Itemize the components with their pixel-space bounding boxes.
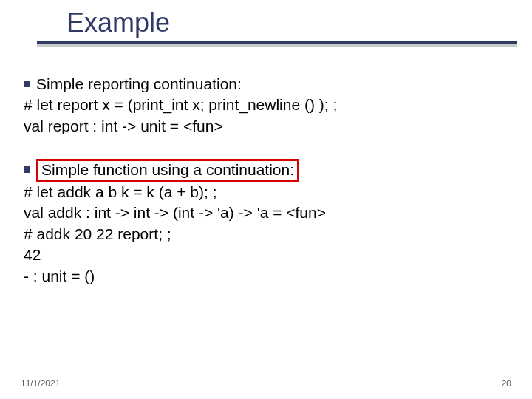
block-2-line-1: # let addk a b k = k (a + b); ; <box>24 182 508 202</box>
block-2-heading: Simple function using a continuation: <box>41 161 294 178</box>
block-1: Simple reporting continuation: # let rep… <box>24 74 508 137</box>
title-underline-shadow <box>37 44 517 47</box>
block-1-line-1: # let report x = (print_int x; print_new… <box>24 95 508 115</box>
slide-footer: 11/1/2021 20 <box>21 378 511 389</box>
block-2-line-5: - : unit = () <box>24 266 508 287</box>
block-1-heading: Simple reporting continuation: <box>36 75 242 92</box>
title-block: Example <box>37 7 517 47</box>
block-2-line-2: val addk : int -> int -> (int -> 'a) -> … <box>24 202 508 223</box>
highlight-box: Simple function using a continuation: <box>36 159 299 182</box>
bullet-icon <box>24 81 30 87</box>
block-1-line-2: val report : int -> unit = <fun> <box>24 116 508 137</box>
footer-page-number: 20 <box>502 378 511 389</box>
slide-title: Example <box>66 7 517 38</box>
bullet-icon <box>24 166 30 173</box>
block-2-line-3: # addk 20 22 report; ; <box>24 224 508 245</box>
slide-content: Simple reporting continuation: # let rep… <box>24 74 508 309</box>
block-2-heading-line: Simple function using a continuation: <box>24 159 508 182</box>
block-2-line-4: 42 <box>24 245 508 265</box>
block-1-heading-line: Simple reporting continuation: <box>24 74 508 95</box>
block-2: Simple function using a continuation: # … <box>24 159 508 287</box>
footer-date: 11/1/2021 <box>21 378 60 389</box>
